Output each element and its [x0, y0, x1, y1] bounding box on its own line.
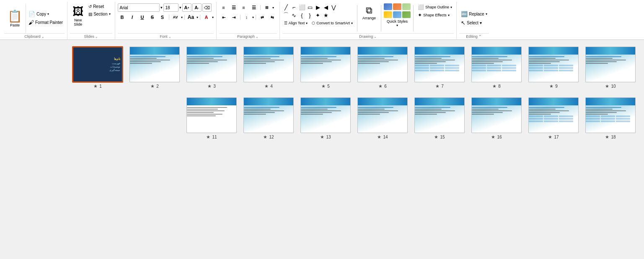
paste-button[interactable]: 📋 Paste [4, 3, 26, 33]
slide-star-1[interactable]: ★ [93, 84, 98, 89]
editing-label-text[interactable]: Editing [466, 34, 478, 39]
slide-item-10[interactable]: ★10 [585, 47, 636, 89]
slide-item-7[interactable]: ★7 [414, 47, 465, 89]
arrange-button[interactable]: ⧉ Arrange [360, 3, 378, 22]
quick-styles-label[interactable]: Quick Styles [387, 19, 408, 24]
quick-styles-chevron[interactable]: ▾ [396, 24, 398, 27]
slide-item-2[interactable]: ★2 [129, 47, 180, 89]
slide-star-17[interactable]: ★ [548, 134, 552, 140]
slide-star-5[interactable]: ★ [321, 84, 326, 89]
slide-star-12[interactable]: ★ [263, 134, 267, 140]
shape-outline-chevron[interactable]: ▾ [450, 5, 452, 9]
char-spacing-button[interactable]: AV [171, 13, 180, 21]
indent-less-button[interactable]: ⇤ [219, 13, 228, 21]
shape-star[interactable]: ✦ [314, 11, 322, 19]
drawing-label-text[interactable]: Drawing [359, 34, 377, 39]
font-name-input[interactable] [118, 3, 160, 12]
slide-star-3[interactable]: ★ [207, 84, 212, 89]
quick-style-4[interactable] [384, 11, 392, 18]
convert-smartart-chevron[interactable]: ▾ [351, 21, 353, 25]
slide-item-4[interactable]: ★4 [243, 47, 294, 89]
slide-item-12[interactable]: ★12 [243, 97, 294, 140]
clear-format-button[interactable]: ⌫ [202, 3, 212, 12]
shape-rect1[interactable]: ⬜ [298, 3, 306, 11]
align-right-button[interactable]: ≡ [239, 3, 248, 12]
shape-rect2[interactable]: ▭ [306, 3, 314, 11]
char-spacing-chevron[interactable]: ▾ [181, 16, 183, 19]
slides-label-text[interactable]: Slides [84, 34, 98, 39]
slide-star-8[interactable]: ★ [492, 84, 497, 89]
slide-star-10[interactable]: ★ [605, 84, 609, 89]
increase-font-button[interactable]: A+ [182, 3, 191, 12]
section-button[interactable]: ▤ Section ▾ [87, 11, 112, 17]
slide-item-1[interactable]: نام‌هافهرستتوضیحاتنتیجه‌گیری★1 [72, 47, 123, 89]
align-left-button[interactable]: ≡ [219, 3, 228, 12]
slide-star-18[interactable]: ★ [605, 134, 609, 140]
slide-star-9[interactable]: ★ [549, 84, 553, 89]
font-color-button[interactable]: A [202, 13, 211, 21]
font-size-up-button[interactable]: Aa [186, 13, 196, 21]
section-dropdown-icon[interactable]: ▾ [109, 12, 111, 16]
copy-dropdown-icon[interactable]: ▾ [47, 12, 49, 16]
slide-star-14[interactable]: ★ [377, 134, 381, 140]
slide-star-7[interactable]: ★ [435, 84, 440, 89]
shape-curve[interactable]: ∿ [290, 11, 298, 19]
font-size-input[interactable] [163, 3, 178, 12]
shape-block2[interactable]: ◀ [322, 3, 330, 11]
new-slide-button[interactable]: 🖼 New Slide [70, 3, 86, 28]
reset-button[interactable]: ↺ Reset [87, 3, 112, 10]
font-size-up-chevron[interactable]: ▾ [197, 16, 198, 19]
slide-item-8[interactable]: ★8 [471, 47, 522, 89]
quick-style-6[interactable] [402, 11, 411, 18]
quick-style-1[interactable] [384, 3, 392, 10]
font-label-text[interactable]: Font [160, 34, 171, 39]
slide-star-6[interactable]: ★ [378, 84, 383, 89]
shape-block1[interactable]: ▶ [314, 3, 322, 11]
underline-button[interactable]: U [138, 13, 147, 21]
select-button[interactable]: ↖ Select ▾ [459, 19, 484, 27]
align-center-button[interactable]: ☰ [229, 3, 238, 12]
slide-star-2[interactable]: ★ [150, 84, 155, 89]
justify-button[interactable]: ☰ [249, 3, 259, 12]
slide-star-11[interactable]: ★ [206, 134, 210, 140]
text-direction2-button[interactable]: ⇆ [268, 13, 277, 21]
align-text-chevron[interactable]: ▾ [306, 21, 308, 25]
shape-brace1[interactable]: { [298, 11, 306, 19]
editing-expand-icon[interactable]: ⌃ [478, 34, 482, 39]
paragraph-label-text[interactable]: Paragraph [237, 34, 259, 39]
slide-item-16[interactable]: ★16 [471, 97, 522, 140]
slide-item-13[interactable]: ★13 [300, 97, 351, 140]
copy-button[interactable]: 📄 Copy ▾ [27, 10, 65, 18]
replace-button[interactable]: 🔤 Replace ▾ [459, 10, 489, 18]
slide-item-14[interactable]: ★14 [357, 97, 408, 140]
text-direction-button[interactable]: ⇄ [258, 13, 267, 21]
quick-style-3[interactable] [402, 3, 411, 10]
shape-chevron[interactable]: ⋁ [330, 3, 338, 11]
slide-item-15[interactable]: ★15 [414, 97, 465, 140]
shape-brace2[interactable]: } [306, 11, 314, 19]
slide-item-11[interactable]: ★11 [186, 97, 237, 140]
font-name-chevron[interactable]: ▾ [160, 5, 163, 10]
strikethrough-button[interactable]: S [148, 13, 157, 21]
quick-style-5[interactable] [393, 11, 401, 18]
bold-button[interactable]: B [118, 13, 127, 21]
font-size-chevron[interactable]: ▾ [179, 5, 181, 10]
slide-star-15[interactable]: ★ [434, 134, 438, 140]
slide-item-5[interactable]: ★5 [300, 47, 351, 89]
shadow-button[interactable]: S [158, 13, 167, 21]
slide-item-6[interactable]: ★6 [357, 47, 408, 89]
shape-effects-button[interactable]: ✦ Shape Effects ▾ [416, 11, 454, 19]
shape-line[interactable]: ╱ [282, 3, 290, 11]
convert-smartart-button[interactable]: ⬡ Convert to SmartArt ▾ [310, 20, 354, 26]
line-spacing-button[interactable]: ↕ [242, 13, 251, 21]
shape-outline-button[interactable]: ⬜ Shape Outline ▾ [416, 3, 454, 11]
shape-star2[interactable]: ★ [322, 11, 330, 19]
slide-item-9[interactable]: ★9 [528, 47, 579, 89]
italic-button[interactable]: I [128, 13, 137, 21]
slide-item-18[interactable]: ★18 [585, 97, 636, 140]
slide-item-3[interactable]: ★3 [186, 47, 237, 89]
quick-style-2[interactable] [393, 3, 401, 10]
shape-effects-chevron[interactable]: ▾ [448, 13, 450, 17]
slide-star-16[interactable]: ★ [491, 134, 495, 140]
format-painter-button[interactable]: 🖌 Format Painter [27, 18, 65, 26]
